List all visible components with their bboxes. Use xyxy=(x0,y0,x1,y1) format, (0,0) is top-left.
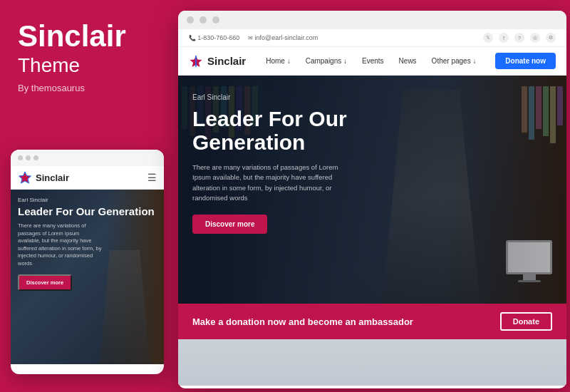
donation-donate-button[interactable]: Donate xyxy=(500,312,552,331)
hero-title: Leader For Our Generation xyxy=(192,107,356,154)
brand-title: Sinclair xyxy=(18,21,157,51)
mobile-logo-text: Sinclair xyxy=(36,172,69,183)
hero-discover-button[interactable]: Discover more xyxy=(192,215,267,234)
donation-text: Make a donation now and become an ambass… xyxy=(192,316,413,327)
hamburger-icon[interactable]: ☰ xyxy=(147,172,157,183)
website-topbar: 1-830-760-660 info@earl-sinclair.com 𝕏 f… xyxy=(178,29,566,47)
phone-number: 1-830-760-660 xyxy=(189,34,239,41)
facebook-icon[interactable]: f xyxy=(499,33,509,43)
brand-subtitle: Theme xyxy=(18,54,157,77)
topbar-social: 𝕏 f ? ◎ ⚙ xyxy=(483,33,556,43)
website-nav: Sinclair Home ↓ Campaigns ↓ Events News … xyxy=(178,47,566,76)
topbar-contact: 1-830-760-660 info@earl-sinclair.com xyxy=(189,34,318,41)
mobile-hero-title: Leader For Our Generation xyxy=(18,205,157,218)
settings-icon[interactable]: ⚙ xyxy=(546,33,556,43)
browser-titlebar xyxy=(178,11,566,29)
website-hero: Earl Sinclair Leader For Our Generation … xyxy=(178,76,566,304)
question-icon[interactable]: ? xyxy=(514,33,524,43)
hero-content: Earl Sinclair Leader For Our Generation … xyxy=(192,93,356,234)
donate-button[interactable]: Donate now xyxy=(495,53,556,69)
mobile-discover-button[interactable]: Discover more xyxy=(18,274,72,291)
nav-item-news[interactable]: News xyxy=(393,54,423,68)
website-star-icon xyxy=(189,54,203,68)
instagram-icon[interactable]: ◎ xyxy=(530,33,540,43)
browser-dot-red xyxy=(187,16,194,24)
nav-item-other[interactable]: Other pages ↓ xyxy=(426,54,482,68)
browser-mockup: 1-830-760-660 info@earl-sinclair.com 𝕏 f… xyxy=(178,11,566,388)
website-logo-text: Sinclair xyxy=(207,55,246,67)
browser-dot-yellow xyxy=(200,16,207,24)
mobile-logo: Sinclair xyxy=(18,170,69,185)
email-address: info@earl-sinclair.com xyxy=(248,34,318,41)
mobile-nav: Sinclair ☰ xyxy=(11,166,164,190)
donation-bar: Make a donation now and become an ambass… xyxy=(178,304,566,339)
mobile-mockup: Sinclair ☰ Earl Sinclair Leader For Our … xyxy=(11,150,164,374)
website-bottom xyxy=(178,339,566,386)
brand-by: By themosaurus xyxy=(18,83,157,93)
building-bg xyxy=(178,339,566,386)
mobile-hero: Earl Sinclair Leader For Our Generation … xyxy=(11,190,164,364)
browser-dot-green xyxy=(212,16,219,24)
mobile-hero-body: There are many variations of passages of… xyxy=(18,222,103,267)
hero-body: There are many variations of passages of… xyxy=(192,163,356,203)
nav-item-campaigns[interactable]: Campaigns ↓ xyxy=(300,54,353,68)
twitter-icon[interactable]: 𝕏 xyxy=(483,33,493,43)
mobile-dot-3 xyxy=(33,155,38,160)
nav-item-home[interactable]: Home ↓ xyxy=(260,54,296,68)
mobile-dot-2 xyxy=(26,155,31,160)
nav-item-events[interactable]: Events xyxy=(356,54,390,68)
website-content: 1-830-760-660 info@earl-sinclair.com 𝕏 f… xyxy=(178,29,566,386)
left-panel: Sinclair Theme By themosaurus Sinclair ☰ xyxy=(0,0,175,392)
mobile-titlebar xyxy=(11,150,164,166)
mobile-hero-content: Earl Sinclair Leader For Our Generation … xyxy=(18,197,157,291)
star-icon xyxy=(18,170,32,185)
mobile-hero-tag: Earl Sinclair xyxy=(18,197,157,203)
hero-tag: Earl Sinclair xyxy=(192,93,356,101)
nav-items: Home ↓ Campaigns ↓ Events News Other pag… xyxy=(260,54,495,68)
website-logo: Sinclair xyxy=(189,54,246,68)
mobile-dot-1 xyxy=(18,155,23,160)
